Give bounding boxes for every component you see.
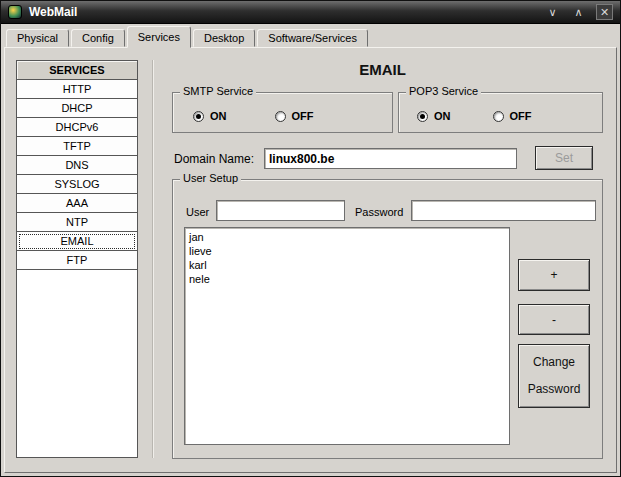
smtp-on-label: ON [210, 110, 227, 122]
set-button[interactable]: Set [535, 146, 593, 170]
sidebar-item-aaa[interactable]: AAA [17, 194, 137, 213]
password-input[interactable] [411, 200, 596, 221]
user-setup-group: User Setup User Password jan lieve karl … [172, 179, 603, 459]
sidebar-item-dhcp[interactable]: DHCP [17, 99, 137, 118]
panel-splitter[interactable] [152, 60, 154, 458]
pop3-service-legend: POP3 Service [406, 85, 481, 97]
tab-desktop[interactable]: Desktop [193, 29, 255, 47]
pop3-on-label: ON [434, 110, 451, 122]
smtp-off-label: OFF [292, 110, 314, 122]
smtp-service-legend: SMTP Service [180, 85, 256, 97]
sidebar-item-ntp[interactable]: NTP [17, 213, 137, 232]
change-password-button[interactable]: Change Password [518, 344, 590, 408]
tab-bar: Physical Config Services Desktop Softwar… [4, 25, 617, 47]
tab-services[interactable]: Services [127, 26, 191, 48]
window-title: WebMail [29, 5, 537, 19]
radio-on-icon [193, 111, 204, 122]
user-list-item[interactable]: jan [189, 230, 505, 244]
window-controls: ∨ ∧ ✕ [544, 4, 613, 20]
radio-off-icon [493, 111, 504, 122]
tab-software-services[interactable]: Software/Services [257, 29, 368, 47]
webmail-window: WebMail ∨ ∧ ✕ Physical Config Services D… [0, 0, 621, 477]
pop3-off-label: OFF [510, 110, 532, 122]
domain-name-input[interactable] [264, 148, 517, 169]
sidebar-item-syslog[interactable]: SYSLOG [17, 175, 137, 194]
pop3-service-group: POP3 Service ON OFF [398, 92, 603, 133]
add-user-button[interactable]: + [518, 259, 590, 291]
page-title: EMAIL [155, 61, 610, 78]
pop3-off-radio[interactable]: OFF [493, 110, 532, 122]
user-list-item[interactable]: karl [189, 258, 505, 272]
sidebar-item-email[interactable]: EMAIL [17, 232, 137, 251]
password-label: Password [355, 206, 403, 218]
maximize-icon[interactable]: ∧ [570, 4, 587, 20]
pop3-radio-group: ON OFF [399, 93, 602, 132]
user-input[interactable] [216, 200, 345, 221]
title-bar: WebMail ∨ ∧ ✕ [1, 1, 620, 24]
user-label: User [186, 206, 209, 218]
sidebar-item-dns[interactable]: DNS [17, 156, 137, 175]
smtp-off-radio[interactable]: OFF [275, 110, 314, 122]
pop3-on-radio[interactable]: ON [417, 110, 451, 122]
sidebar-item-dhcpv6[interactable]: DHCPv6 [17, 118, 137, 137]
radio-off-icon [275, 111, 286, 122]
smtp-radio-group: ON OFF [173, 93, 392, 132]
sidebar-item-http[interactable]: HTTP [17, 80, 137, 99]
services-sidebar: SERVICES HTTP DHCP DHCPv6 TFTP DNS SYSLO… [16, 60, 138, 458]
user-list-item[interactable]: nele [189, 272, 505, 286]
domain-name-label: Domain Name: [174, 152, 254, 166]
user-list[interactable]: jan lieve karl nele [184, 227, 510, 445]
window-icon [8, 5, 22, 19]
shade-icon[interactable]: ∨ [544, 4, 561, 20]
sidebar-item-ftp[interactable]: FTP [17, 251, 137, 270]
tab-physical[interactable]: Physical [6, 29, 69, 47]
services-panel: SERVICES HTTP DHCP DHCPv6 TFTP DNS SYSLO… [4, 47, 617, 473]
remove-user-button[interactable]: - [518, 304, 590, 335]
smtp-service-group: SMTP Service ON OFF [172, 92, 393, 133]
close-icon[interactable]: ✕ [596, 4, 613, 20]
user-setup-legend: User Setup [180, 172, 241, 184]
radio-on-icon [417, 111, 428, 122]
sidebar-item-tftp[interactable]: TFTP [17, 137, 137, 156]
user-list-item[interactable]: lieve [189, 244, 505, 258]
tab-config[interactable]: Config [71, 29, 125, 47]
services-header: SERVICES [17, 61, 137, 80]
smtp-on-radio[interactable]: ON [193, 110, 227, 122]
